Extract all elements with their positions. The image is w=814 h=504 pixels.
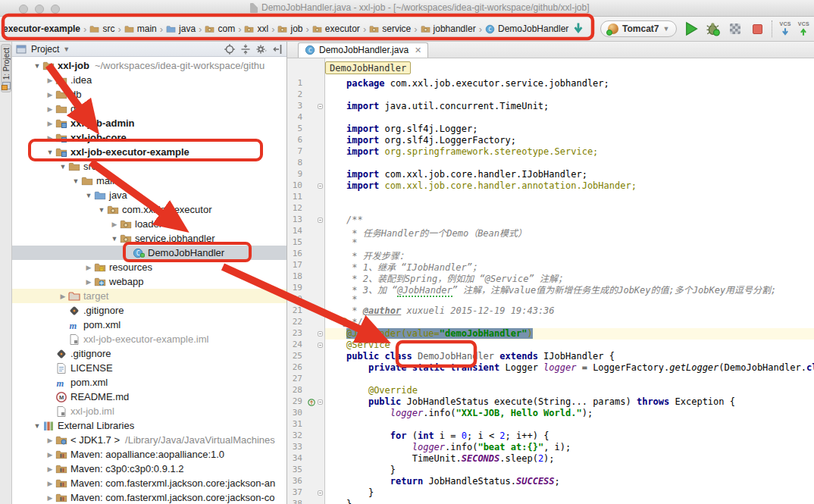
code-line-6[interactable]: 6import org.slf4j.LoggerFactory; (287, 135, 814, 146)
zoom-window-button[interactable] (51, 5, 60, 14)
breadcrumb-service[interactable]: service (368, 23, 412, 35)
code-line-21[interactable]: 21 * @author xuxueli 2015-12-19 19:43:36 (287, 305, 814, 317)
code-line-18[interactable]: 18 * 2、装配到Spring，例如加 “@Service” 注解； (287, 271, 814, 283)
code-line-17[interactable]: 17 * 1、继承 “IJobHandler”； (287, 260, 814, 271)
intention-bulb-icon[interactable] (339, 317, 350, 328)
vcs-commit-button[interactable]: VCS (798, 21, 809, 37)
locate-icon[interactable] (224, 43, 236, 55)
code-line-30[interactable]: 30 logger.info("XXL-JOB, Hello World."); (287, 408, 814, 419)
fold-marker-icon[interactable] (318, 399, 323, 405)
editor-body[interactable]: 1package com.xxl.job.executor.service.jo… (287, 58, 814, 504)
tree-item-idea[interactable]: ▶.idea (12, 73, 286, 87)
tree-expand-closed-icon[interactable]: ▶ (45, 77, 55, 84)
tree-expand-closed-icon[interactable]: ▶ (45, 465, 55, 473)
tree-item-maven-com-fasterxml-jackson-core-jackson-co[interactable]: ▶Maven: com.fasterxml.jackson.core:jacks… (12, 490, 286, 504)
tree-item-demojobhandler[interactable]: CDemoJobHandler (12, 246, 286, 260)
tree-expand-closed-icon[interactable]: ▶ (45, 91, 55, 99)
tree-expand-open-icon[interactable]: ▼ (96, 206, 107, 214)
fold-marker-icon[interactable] (318, 183, 323, 189)
tree-item-service-jobhandler[interactable]: ▼service.jobhandler (12, 231, 286, 246)
tree-item-external-libraries[interactable]: ▼External Libraries (12, 418, 286, 433)
code-line-32[interactable]: 32 for (int i = 0; i < 2; i++) { (287, 430, 814, 442)
code-line-29[interactable]: 29 public JobHandleStatus execute(String… (287, 396, 814, 408)
breadcrumb-job[interactable]: job (276, 23, 304, 35)
code-line-24[interactable]: 24@Service (287, 340, 814, 351)
tree-expand-closed-icon[interactable]: ▶ (83, 278, 94, 286)
breadcrumb-main[interactable]: main (123, 23, 158, 35)
coverage-button[interactable] (728, 21, 743, 36)
tree-expand-closed-icon[interactable]: ▶ (45, 437, 55, 444)
code-line-20[interactable]: 20 * (287, 294, 814, 305)
code-line-25[interactable]: 25public class DemoJobHandler extends IJ… (287, 351, 814, 362)
tree-item-pom-xml[interactable]: mpom.xml (12, 318, 286, 332)
fold-marker-icon[interactable] (318, 490, 323, 496)
tree-item-maven-c3p0-c3p0-0-9-1-2[interactable]: ▶Maven: c3p0:c3p0:0.9.1.2 (12, 462, 286, 476)
breadcrumb-demojobhandler[interactable]: CDemoJobHandler (484, 23, 570, 35)
collapse-all-icon[interactable] (240, 43, 252, 55)
code-line-34[interactable]: 34 TimeUnit.SECONDS.sleep(2); (287, 453, 814, 465)
fold-marker-icon[interactable] (318, 104, 323, 109)
code-line-19[interactable]: 19 * 3、加 “@JobHander” 注解，注解value值为新增任务生成… (287, 283, 814, 294)
code-line-3[interactable]: 3import java.util.concurrent.TimeUnit; (287, 101, 814, 112)
tree-item-xxl-job-admin[interactable]: ▶xxl-job-admin (12, 116, 286, 130)
tree-item-resources[interactable]: ▶resources (12, 260, 286, 274)
code-line-4[interactable]: 4 (287, 112, 814, 124)
code-line-36[interactable]: 36 return JobHandleStatus.SUCCESS; (287, 476, 814, 487)
code-line-16[interactable]: 16 * 开发步骤： (287, 249, 814, 260)
settings-gear-icon[interactable] (255, 43, 268, 55)
tree-expand-open-icon[interactable]: ▼ (32, 62, 42, 70)
breadcrumb-java[interactable]: java (164, 23, 197, 35)
fold-marker-icon[interactable] (318, 218, 323, 223)
code-line-9[interactable]: 9import com.xxl.job.core.handler.IJobHan… (287, 169, 814, 180)
code-line-22[interactable]: 22 */ (287, 317, 814, 328)
tree-item-jdk1-7[interactable]: ▶< JDK1.7 >/Library/Java/JavaVirtualMach… (12, 433, 286, 447)
tree-expand-open-icon[interactable]: ▼ (109, 235, 120, 243)
code-line-38[interactable]: 38} (287, 499, 814, 504)
tree-expand-open-icon[interactable]: ▼ (32, 422, 42, 430)
code-line-26[interactable]: 26 private static transient Logger logge… (287, 362, 814, 374)
code-line-1[interactable]: 1package com.xxl.job.executor.service.jo… (287, 78, 814, 89)
run-configuration-select[interactable]: Tomcat7 ▼ (600, 20, 677, 37)
tree-expand-closed-icon[interactable]: ▶ (45, 120, 55, 127)
breadcrumb-executor[interactable]: executor (311, 23, 362, 35)
tree-expand-closed-icon[interactable]: ▶ (109, 221, 120, 228)
tree-item-maven-aopalliance-aopalliance-1-0[interactable]: ▶Maven: aopalliance:aopalliance:1.0 (12, 447, 286, 462)
tree-item-java[interactable]: ▼java (12, 188, 286, 202)
minimize-window-button[interactable] (35, 5, 44, 14)
run-button[interactable] (684, 21, 699, 36)
debug-button[interactable] (706, 21, 721, 36)
tree-item-xxl-job-executor-example[interactable]: ▼xxl-job-executor-example (12, 145, 286, 159)
editor-tab-demojobhandler[interactable]: C DemoJobHandler.java ✕ (298, 42, 428, 58)
tree-expand-closed-icon[interactable]: ▶ (45, 480, 55, 487)
stop-button[interactable] (750, 21, 765, 36)
close-window-button[interactable] (19, 5, 28, 14)
tree-item-xxl-job[interactable]: ▼xxl-job~/workspaces/idea-git-workspace/… (12, 58, 286, 73)
code-line-2[interactable]: 2 (287, 89, 814, 101)
breadcrumb-jobhandler[interactable]: jobhandler (419, 23, 477, 35)
tree-item-db[interactable]: ▶db (12, 87, 286, 102)
tree-item-webapp[interactable]: ▶webapp (12, 274, 286, 289)
code-line-33[interactable]: 33 logger.info("beat at:{}", i); (287, 442, 814, 453)
tree-item-pom-xml[interactable]: mpom.xml (12, 375, 286, 390)
tree-expand-closed-icon[interactable]: ▶ (45, 494, 55, 502)
tree-item-license[interactable]: LICENSE (12, 361, 286, 375)
tree-item-target[interactable]: ▶target (12, 289, 286, 303)
tree-item-maven-com-fasterxml-jackson-core-jackson-an[interactable]: ▶Maven: com.fasterxml.jackson.core:jacks… (12, 476, 286, 490)
vcs-update-button[interactable]: VCS (779, 21, 791, 37)
tree-expand-closed-icon[interactable]: ▶ (45, 134, 55, 142)
override-method-icon[interactable] (307, 398, 316, 407)
tree-item-main[interactable]: ▼main (12, 174, 286, 188)
fold-marker-icon[interactable] (318, 331, 323, 337)
code-line-13[interactable]: 13/** (287, 214, 814, 226)
code-line-23[interactable]: 23@JobHander(value="demoJobHandler") (287, 328, 814, 340)
close-tab-icon[interactable]: ✕ (415, 45, 421, 55)
tree-expand-closed-icon[interactable]: ▶ (45, 105, 55, 113)
breadcrumb-com[interactable]: com (203, 23, 236, 35)
code-line-11[interactable]: 11 (287, 192, 814, 203)
code-line-27[interactable]: 27 (287, 374, 814, 385)
tree-item-src[interactable]: ▼src (12, 159, 286, 174)
tree-expand-open-icon[interactable]: ▼ (58, 163, 68, 171)
tree-expand-closed-icon[interactable]: ▶ (45, 451, 55, 459)
tree-expand-open-icon[interactable]: ▼ (83, 192, 94, 199)
breadcrumb-xxl[interactable]: xxl (243, 23, 270, 35)
